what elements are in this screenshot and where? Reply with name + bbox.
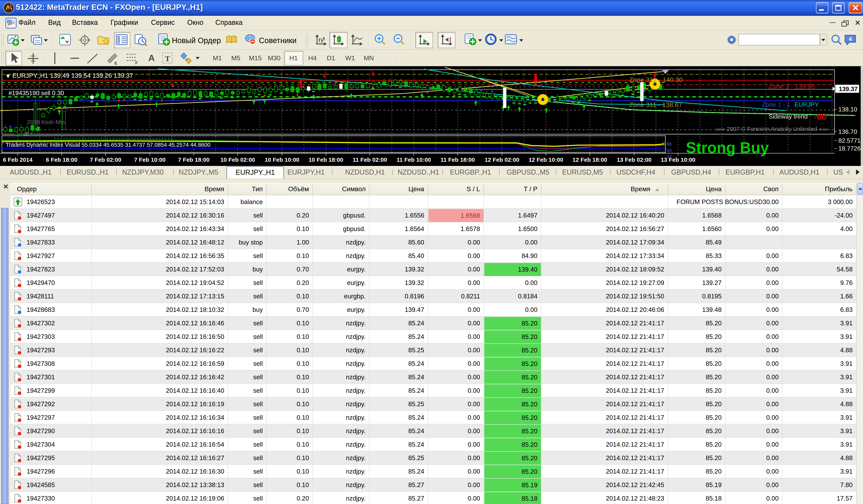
svg-text:Sideway trend: Sideway trend	[768, 113, 808, 120]
svg-text:Zone 311 - 138.67: Zone 311 - 138.67	[629, 101, 682, 108]
svg-text:Strong Buy: Strong Buy	[686, 139, 769, 156]
svg-text:18.7726: 18.7726	[838, 145, 861, 152]
svg-text:139.37: 139.37	[839, 86, 858, 92]
svg-text:136.70: 136.70	[838, 128, 857, 135]
svg-text:7 Feb 10:00: 7 Feb 10:00	[134, 156, 165, 163]
svg-text:68: 68	[666, 141, 672, 146]
svg-text:E: E	[114, 61, 117, 65]
svg-text:10 Feb 10:00: 10 Feb 10:00	[265, 156, 299, 163]
svg-text:7 Feb 02:00: 7 Feb 02:00	[90, 156, 121, 163]
svg-text:12 Feb 10:00: 12 Feb 10:00	[529, 156, 563, 163]
svg-text:Zone 1 - 1: Zone 1 - 1	[762, 101, 790, 108]
svg-text:11 Feb 10:00: 11 Feb 10:00	[397, 156, 431, 163]
svg-text:T: T	[165, 54, 170, 63]
svg-text:4: 4	[849, 36, 852, 42]
svg-text:-60: -60	[814, 112, 826, 122]
svg-text:7 Feb 18:00: 7 Feb 18:00	[178, 156, 209, 163]
svg-text:13 Feb 10:00: 13 Feb 10:00	[661, 156, 696, 163]
svg-text:12 Feb 02:00: 12 Feb 02:00	[485, 156, 519, 163]
svg-text:10 Feb 02:00: 10 Feb 02:00	[221, 156, 255, 163]
svg-text:2008 Kedr-Mts: 2008 Kedr-Mts	[27, 119, 65, 125]
svg-text:11 Feb 02:00: 11 Feb 02:00	[353, 156, 387, 163]
svg-text:50: 50	[666, 148, 672, 153]
svg-text:138.10: 138.10	[838, 106, 857, 113]
svg-text:13 Feb 02:00: 13 Feb 02:00	[617, 156, 651, 163]
svg-text:11 Feb 18:00: 11 Feb 18:00	[440, 156, 475, 163]
svg-text:»»» 2007 © Forexinn Anatoliy: »»» 2007 © Forexinn Anatoliy Unlimited «…	[715, 126, 828, 132]
svg-text:Zone 312 - 140.30: Zone 312 - 140.30	[629, 76, 683, 83]
svg-text:Zone 3 - 139.95: Zone 3 - 139.95	[768, 82, 815, 90]
svg-text:F: F	[135, 61, 138, 65]
svg-text:EURJPY: EURJPY	[795, 101, 819, 108]
svg-text:10 Feb 18:00: 10 Feb 18:00	[309, 156, 343, 163]
svg-text:6 Feb 18:00: 6 Feb 18:00	[46, 156, 77, 163]
svg-text:▼: ▼	[5, 73, 11, 79]
svg-text:Traders Dynamic Index Visual 5: Traders Dynamic Index Visual 55.0334 45.…	[6, 142, 211, 148]
svg-text:6 Feb 2014: 6 Feb 2014	[3, 156, 33, 163]
svg-text:82.5771: 82.5771	[838, 137, 861, 144]
svg-text:12 Feb 18:00: 12 Feb 18:00	[573, 156, 607, 163]
svg-text:#19435190 sell 0.30: #19435190 sell 0.30	[9, 90, 64, 96]
svg-text:EURJPY.,H1 139.49 139.54 139.: EURJPY.,H1 139.49 139.54 139.26 139.37	[12, 72, 133, 79]
